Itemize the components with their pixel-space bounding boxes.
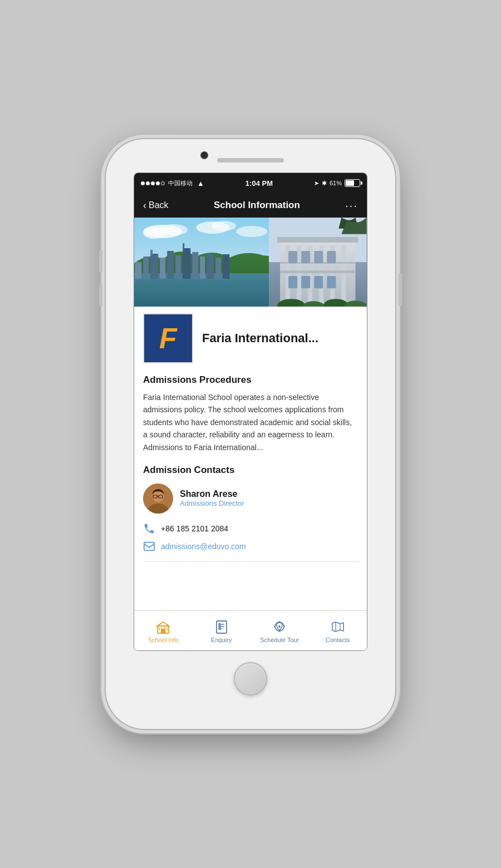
battery-percent: 61%: [330, 180, 342, 186]
svg-rect-55: [161, 627, 162, 629]
svg-rect-9: [143, 257, 149, 279]
svg-rect-57: [166, 627, 168, 630]
phone-top-hardware: [106, 139, 395, 172]
svg-rect-52: [161, 629, 163, 633]
logo-letter: F: [159, 324, 177, 353]
svg-rect-8: [135, 262, 141, 279]
back-label: Back: [149, 200, 169, 210]
volume-buttons: [99, 250, 102, 306]
battery-fill: [346, 180, 354, 186]
phone-row[interactable]: +86 185 2101 2084: [143, 522, 358, 535]
svg-rect-33: [302, 251, 311, 263]
contact-role: Admissions Director: [180, 499, 244, 507]
schedule-tour-icon: [272, 619, 287, 634]
back-chevron-icon: ‹: [143, 200, 146, 211]
page-title: School Information: [214, 200, 300, 211]
svg-point-66: [278, 625, 281, 628]
school-logo: F: [143, 313, 193, 363]
navigation-bar: ‹ Back School Information ···: [134, 193, 367, 218]
svg-rect-40: [278, 237, 358, 243]
battery-indicator: [345, 179, 360, 187]
hero-image-left: [134, 218, 269, 307]
email-row[interactable]: admissions@eduvo.com: [143, 540, 358, 553]
school-info-icon: [155, 619, 171, 634]
svg-rect-20: [215, 258, 221, 279]
hero-images: [134, 218, 367, 307]
contact-person: Sharon Arese Admissions Director: [143, 484, 358, 514]
status-time: 1:04 PM: [245, 179, 273, 188]
svg-rect-37: [302, 276, 311, 288]
status-bar: 中国移动 ▲ 1:04 PM ➤ ✱ 61%: [134, 173, 367, 193]
svg-rect-15: [183, 248, 190, 279]
phone-bottom-hardware: [106, 651, 395, 707]
svg-point-3: [160, 224, 188, 235]
signal-dot-3: [151, 181, 155, 185]
contact-info: Sharon Arese Admissions Director: [180, 489, 244, 507]
svg-rect-19: [207, 253, 214, 279]
svg-rect-14: [175, 255, 181, 279]
tab-school-info[interactable]: School Info: [134, 614, 193, 648]
svg-rect-56: [164, 627, 165, 629]
home-button[interactable]: [234, 662, 267, 696]
phone-frame: 中国移动 ▲ 1:04 PM ➤ ✱ 61% ‹ Back School Inf…: [106, 139, 395, 729]
volume-up: [99, 250, 102, 273]
svg-rect-18: [200, 257, 205, 279]
svg-rect-53: [163, 629, 165, 633]
svg-rect-38: [315, 276, 323, 288]
contact-details: +86 185 2101 2084 admissions@eduvo.com: [143, 522, 358, 553]
tab-school-info-label: School Info: [148, 637, 179, 643]
svg-rect-12: [160, 258, 165, 279]
svg-rect-35: [327, 251, 336, 263]
status-right: ➤ ✱ 61%: [314, 179, 360, 187]
svg-rect-29: [342, 245, 346, 307]
signal-dot-2: [146, 181, 150, 185]
signal-dot-1: [141, 181, 145, 185]
back-button[interactable]: ‹ Back: [143, 200, 169, 211]
svg-rect-58: [217, 621, 227, 633]
signal-dot-5: [161, 181, 165, 185]
svg-rect-10: [150, 254, 158, 279]
admissions-text: Faria International School operates a no…: [143, 391, 358, 453]
tab-schedule-tour-label: Schedule Tour: [260, 637, 299, 643]
svg-rect-13: [167, 251, 174, 279]
location-icon: ➤: [314, 180, 319, 187]
signal-strength: [141, 181, 165, 185]
svg-rect-54: [159, 627, 160, 630]
power-button: [399, 273, 402, 306]
svg-rect-34: [315, 251, 323, 263]
contact-name: Sharon Arese: [180, 489, 244, 499]
phone-number: +86 185 2101 2084: [161, 524, 228, 533]
admissions-title: Admissions Procedures: [143, 374, 358, 386]
school-header: F Faria International...: [134, 307, 367, 370]
status-left: 中国移动 ▲: [141, 179, 204, 188]
main-content: Admissions Procedures Faria Internationa…: [134, 370, 367, 580]
bluetooth-icon: ✱: [322, 180, 327, 187]
enquiry-icon: [214, 619, 229, 634]
svg-rect-21: [223, 254, 229, 279]
tab-enquiry[interactable]: Enquiry: [193, 614, 251, 648]
svg-rect-11: [150, 250, 153, 255]
more-button[interactable]: ···: [345, 199, 358, 212]
svg-point-6: [236, 226, 267, 237]
hero-image-right: [269, 218, 367, 307]
email-address: admissions@eduvo.com: [161, 542, 246, 551]
svg-point-5: [212, 221, 236, 231]
email-icon: [143, 540, 155, 553]
earpiece: [217, 158, 284, 162]
svg-rect-30: [281, 270, 356, 273]
tab-contacts[interactable]: Contacts: [309, 614, 367, 648]
phone-icon: [143, 522, 155, 535]
phone-screen: 中国移动 ▲ 1:04 PM ➤ ✱ 61% ‹ Back School Inf…: [134, 172, 367, 651]
contact-avatar: [143, 484, 173, 514]
carrier-name: 中国移动: [168, 179, 193, 188]
svg-rect-50: [144, 542, 154, 551]
tab-schedule-tour[interactable]: Schedule Tour: [250, 614, 309, 648]
tab-enquiry-label: Enquiry: [211, 637, 232, 643]
front-camera: [200, 151, 208, 159]
svg-rect-25: [297, 245, 302, 307]
wifi-icon: ▲: [197, 179, 204, 188]
svg-rect-16: [183, 243, 184, 250]
contacts-icon: [330, 619, 346, 634]
tab-contacts-label: Contacts: [326, 637, 350, 643]
contacts-title: Admission Contacts: [143, 465, 358, 476]
